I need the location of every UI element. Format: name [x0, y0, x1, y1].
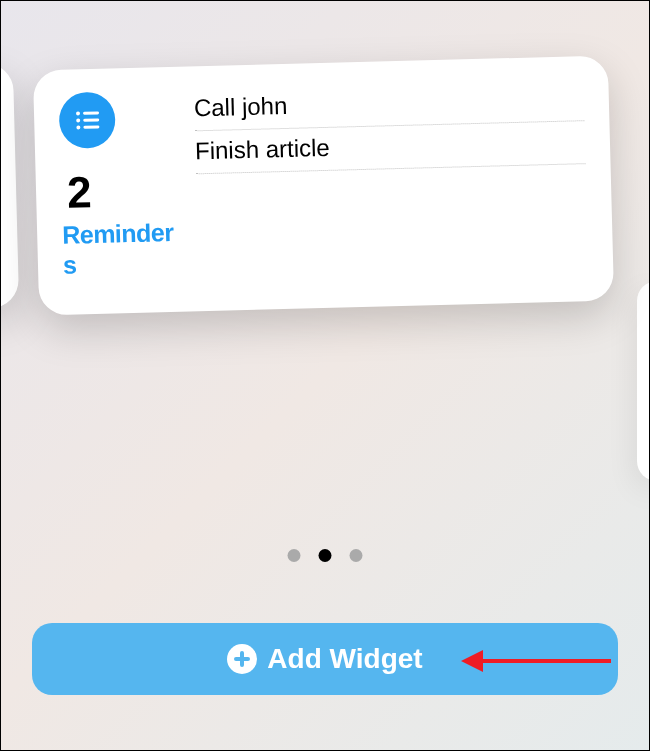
- svg-point-4: [76, 125, 80, 129]
- reminders-widget[interactable]: 2 Reminders Call john Finish article: [33, 56, 614, 316]
- page-dot[interactable]: [288, 549, 301, 562]
- svg-point-0: [76, 111, 80, 115]
- page-dot-active[interactable]: [319, 549, 332, 562]
- svg-rect-5: [83, 125, 99, 128]
- add-widget-button[interactable]: Add Widget: [32, 623, 618, 695]
- reminder-item: Finish article: [195, 121, 586, 174]
- adjacent-widget-right[interactable]: [637, 281, 650, 481]
- adjacent-widget-left[interactable]: [0, 63, 19, 309]
- reminder-count: 2: [67, 168, 187, 215]
- widget-title: Reminders: [62, 217, 180, 280]
- add-widget-label: Add Widget: [267, 643, 422, 675]
- reminders-list-icon: [58, 91, 115, 148]
- page-dot[interactable]: [350, 549, 363, 562]
- svg-rect-3: [83, 118, 99, 121]
- pagination-dots[interactable]: [288, 549, 363, 562]
- reminder-list: Call john Finish article: [183, 76, 588, 291]
- svg-rect-1: [83, 111, 99, 114]
- widget-summary: 2 Reminders: [58, 87, 188, 295]
- plus-icon: [227, 644, 257, 674]
- svg-point-2: [76, 118, 80, 122]
